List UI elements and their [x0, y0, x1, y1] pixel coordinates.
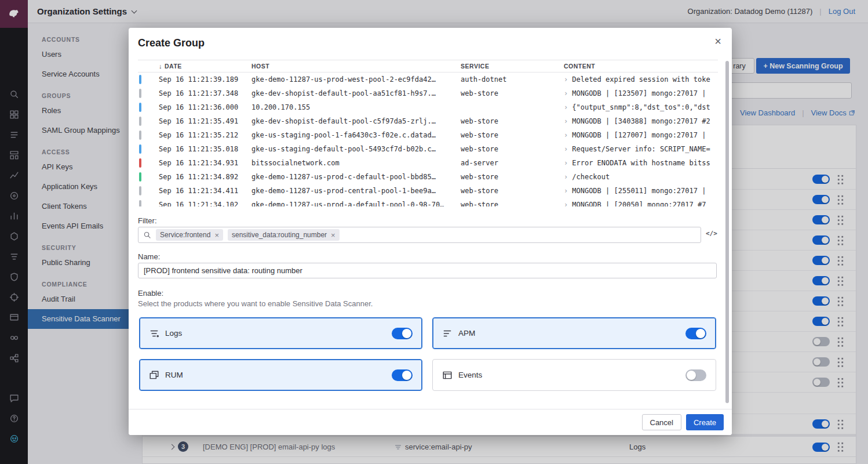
log-date: Sep 16 11:21:34.102: [159, 201, 251, 206]
create-button[interactable]: Create: [686, 414, 724, 430]
log-preview-table: DATE HOST SERVICE CONTENT Sep 16 11:21:3…: [138, 60, 718, 206]
log-date: Sep 16 11:21:35.491: [159, 117, 251, 125]
status-bar: [139, 130, 141, 140]
log-host: bitssocialnetwork.com: [251, 159, 461, 167]
cancel-button[interactable]: Cancel: [642, 414, 681, 430]
log-content: ›/checkout: [564, 173, 718, 181]
sort-desc-icon: [159, 63, 165, 70]
name-input[interactable]: [138, 263, 717, 278]
log-date: Sep 16 11:21:35.212: [159, 131, 251, 139]
status-bar: [139, 89, 141, 98]
log-date: Sep 16 11:21:34.892: [159, 173, 251, 181]
code-view-icon[interactable]: </>: [706, 230, 717, 237]
filter-pill[interactable]: Service:frontend×: [156, 229, 223, 241]
column-date[interactable]: DATE: [159, 63, 251, 70]
log-content: ›Request/Server info: SCRIPT_NAME=: [564, 145, 718, 153]
log-row[interactable]: Sep 16 11:21:34.411gke-demo-11287-us-pro…: [138, 184, 718, 198]
log-date: Sep 16 11:21:37.348: [159, 89, 251, 97]
log-host: gke-demo-11287-us-prod-c-default-pool-bb…: [251, 173, 461, 181]
app-root: Organization Settings Organization: Data…: [0, 0, 868, 464]
toggle-switch[interactable]: [392, 328, 413, 339]
log-service: web-store: [461, 145, 564, 153]
log-date: Sep 16 11:21:39.189: [159, 75, 251, 84]
filter-pill[interactable]: sensitive_data:routing_number×: [228, 229, 340, 241]
log-host: gke-demo-11287-us-prod-central-pool-1-be…: [251, 187, 461, 195]
close-icon[interactable]: ×: [714, 35, 721, 48]
log-content: ›MONGODB | [127007] mongo:27017 |: [564, 131, 718, 139]
product-label: RUM: [165, 371, 183, 379]
toggle-switch[interactable]: [685, 369, 706, 381]
toggle-switch[interactable]: [392, 369, 413, 381]
log-date: Sep 16 11:21:34.931: [159, 159, 251, 167]
log-content: ›MONGODB | [340388] mongo:27017 #2: [564, 117, 718, 125]
log-date: Sep 16 11:21:34.411: [159, 187, 251, 195]
column-content[interactable]: CONTENT: [564, 63, 718, 70]
log-service: auth-dotnet: [461, 75, 564, 84]
log-service: ad-server: [461, 159, 564, 167]
table-header: DATE HOST SERVICE CONTENT: [138, 60, 718, 72]
log-service: web-store: [461, 89, 564, 97]
log-content: ›MONGODB | [20050] mongo:27017 #7: [564, 201, 718, 206]
filter-label: Filter:: [138, 216, 157, 225]
modal-footer: Cancel Create: [129, 409, 732, 435]
log-row[interactable]: Sep 16 11:21:35.018gke-us-staging-defaul…: [138, 142, 718, 156]
product-card-apm[interactable]: APM: [432, 317, 716, 349]
log-host: gke-dev-shopist-default-pool-c5f97da5-zr…: [251, 117, 461, 125]
remove-filter-icon[interactable]: ×: [331, 231, 335, 239]
content-chevron-icon: ›: [564, 117, 568, 125]
toggle-switch[interactable]: [685, 328, 706, 339]
filter-pills: Service:frontend×sensitive_data:routing_…: [156, 229, 340, 241]
log-row[interactable]: Sep 16 11:21:36.00010.200.170.155›{"outp…: [138, 100, 718, 114]
events-product-icon: [442, 370, 453, 380]
create-group-modal: Create Group × DATE HOST SERVICE CONTENT…: [129, 28, 732, 435]
column-host[interactable]: HOST: [251, 63, 461, 70]
rum-product-icon: [149, 370, 159, 380]
log-row[interactable]: Sep 16 11:21:39.189gke-demo-11287-us-pro…: [138, 72, 718, 86]
log-row[interactable]: Sep 16 11:21:34.102gke-demo-11287-us-pro…: [138, 198, 718, 206]
remove-filter-icon[interactable]: ×: [214, 231, 219, 239]
filter-input[interactable]: Service:frontend×sensitive_data:routing_…: [138, 227, 701, 243]
log-service: web-store: [461, 117, 564, 125]
log-row[interactable]: Sep 16 11:21:34.931bitssocialnetwork.com…: [138, 156, 718, 170]
enable-label: Enable:: [138, 289, 163, 298]
product-card-rum[interactable]: RUM: [139, 359, 422, 391]
column-service[interactable]: SERVICE: [461, 63, 564, 70]
log-date: Sep 16 11:21:36.000: [159, 103, 251, 111]
log-host: gke-us-staging-default-pool-5493cf7d-b02…: [251, 145, 461, 153]
content-chevron-icon: ›: [564, 145, 568, 153]
log-host: 10.200.170.155: [251, 103, 461, 111]
logs-product-icon: [149, 328, 159, 339]
log-content: ›Error ENODATA with hostname bitss: [564, 159, 718, 167]
content-chevron-icon: ›: [564, 159, 568, 167]
content-chevron-icon: ›: [564, 75, 568, 84]
log-row[interactable]: Sep 16 11:21:35.212gke-us-staging-pool-1…: [138, 128, 718, 142]
log-date: Sep 16 11:21:35.018: [159, 145, 251, 153]
content-chevron-icon: ›: [564, 187, 568, 195]
log-host: gke-demo-11287-us-prod-a-default-pool-0-…: [251, 201, 461, 206]
log-service: web-store: [461, 201, 564, 206]
log-content: ›MONGODB | [255011] mongo:27017 |: [564, 187, 718, 195]
status-bar: [139, 103, 141, 112]
log-content: ›{"output_snmp":8,"dst_tos":0,"dst: [564, 103, 718, 111]
log-service: web-store: [461, 187, 564, 195]
product-card-events[interactable]: Events: [432, 359, 716, 391]
log-host: gke-demo-11287-us-prod-west-pool-2-ec9fd…: [251, 75, 461, 84]
product-label: APM: [458, 329, 475, 338]
log-row[interactable]: Sep 16 11:21:37.348gke-dev-shopist-defau…: [138, 86, 718, 100]
status-bar: [139, 144, 141, 154]
content-chevron-icon: ›: [564, 173, 568, 181]
content-chevron-icon: ›: [564, 89, 568, 97]
product-label: Events: [458, 371, 482, 379]
search-icon: [143, 231, 151, 239]
product-card-logs[interactable]: Logs: [139, 317, 422, 349]
log-row[interactable]: Sep 16 11:21:35.491gke-dev-shopist-defau…: [138, 114, 718, 128]
modal-title: Create Group: [138, 37, 205, 49]
status-bar: [139, 172, 141, 182]
apm-product-icon: [442, 328, 453, 339]
log-content: ›MONGODB | [123507] mongo:27017 |: [564, 89, 718, 97]
content-chevron-icon: ›: [564, 131, 568, 139]
log-service: web-store: [461, 131, 564, 139]
content-chevron-icon: ›: [564, 103, 568, 111]
log-row[interactable]: Sep 16 11:21:34.892gke-demo-11287-us-pro…: [138, 170, 718, 184]
log-service: web-store: [461, 173, 564, 181]
